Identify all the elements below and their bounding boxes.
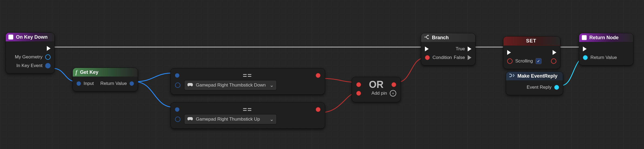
- pin-true-label: True: [456, 46, 465, 52]
- pin-input[interactable]: [77, 81, 81, 86]
- node-header: Return Node: [579, 33, 633, 42]
- pin-value-out[interactable]: [551, 58, 556, 64]
- pin-in-2[interactable]: [356, 91, 361, 96]
- set-field-label: Scrolling: [515, 58, 533, 64]
- pin-my-geometry-label: My Geometry: [15, 54, 42, 60]
- operator-label: ==: [179, 105, 316, 114]
- function-icon: f: [75, 69, 77, 75]
- pin-result[interactable]: [316, 107, 321, 112]
- svg-point-1: [428, 38, 429, 39]
- pin-in-1[interactable]: [356, 82, 361, 87]
- make-struct-icon: [509, 73, 515, 79]
- pin-my-geometry[interactable]: [45, 54, 51, 60]
- node-header: On Key Down: [6, 33, 54, 41]
- operator-label: ==: [179, 71, 316, 80]
- pin-condition[interactable]: [425, 55, 430, 60]
- node-set[interactable]: SET Scrolling ✓: [503, 36, 560, 69]
- checkbox-scrolling[interactable]: ✓: [536, 58, 541, 64]
- chevron-down-icon: ⌄: [270, 82, 274, 88]
- pin-true[interactable]: [468, 47, 471, 51]
- pin-b[interactable]: [175, 82, 180, 88]
- exec-in-pin[interactable]: [507, 50, 511, 55]
- exec-out-pin[interactable]: [553, 50, 556, 55]
- exec-in-pin[interactable]: [583, 47, 587, 51]
- key-select-value: Gamepad Right Thumbstick Down: [196, 82, 266, 88]
- branch-icon: [424, 35, 429, 41]
- exec-in-pin[interactable]: [425, 47, 429, 51]
- operator-label: OR: [361, 79, 391, 90]
- node-header: Make EventReply: [506, 72, 563, 80]
- key-select[interactable]: Gamepad Right Thumbstick Up ⌄: [184, 114, 277, 124]
- node-title: Return Node: [589, 35, 619, 41]
- node-equal-1[interactable]: == Gamepad Right Thumbstick Down ⌄: [170, 68, 325, 95]
- node-title: Make EventReply: [517, 73, 557, 79]
- pin-in-key-event-label: In Key Event: [16, 63, 42, 68]
- node-header: SET: [503, 37, 560, 45]
- node-on-key-down[interactable]: On Key Down My Geometry In Key Event: [5, 32, 55, 74]
- node-title: On Key Down: [16, 34, 48, 40]
- node-branch[interactable]: Branch True Condition False: [421, 33, 475, 65]
- add-pin-button[interactable]: +: [390, 90, 396, 97]
- node-title: SET: [506, 38, 556, 44]
- pin-b[interactable]: [175, 117, 180, 122]
- pin-event-reply[interactable]: [554, 85, 559, 90]
- pin-false-label: False: [454, 55, 465, 60]
- node-or[interactable]: OR Add pin +: [352, 77, 401, 102]
- node-get-key[interactable]: f Get Key Input Return Value: [72, 68, 138, 91]
- pin-return[interactable]: [130, 81, 134, 86]
- event-icon: [582, 35, 587, 40]
- pin-a[interactable]: [175, 107, 179, 112]
- pin-return-value[interactable]: [583, 55, 588, 60]
- pin-return-value-label: Return Value: [590, 55, 617, 60]
- pin-result[interactable]: [316, 73, 321, 78]
- pin-in-key-event[interactable]: [45, 63, 51, 68]
- svg-point-0: [428, 35, 429, 36]
- gamepad-icon: [187, 117, 193, 122]
- gamepad-icon: [187, 82, 193, 88]
- pin-value-in[interactable]: [507, 58, 513, 64]
- node-equal-2[interactable]: == Gamepad Right Thumbstick Up ⌄: [170, 102, 325, 129]
- pin-return-label: Return Value: [100, 81, 127, 86]
- node-title: Get Key: [80, 69, 98, 75]
- key-select[interactable]: Gamepad Right Thumbstick Down ⌄: [184, 80, 277, 90]
- node-header: Branch: [421, 33, 475, 42]
- node-header: f Get Key: [73, 68, 138, 77]
- chevron-down-icon: ⌄: [270, 116, 274, 122]
- pin-result[interactable]: [391, 82, 396, 87]
- pin-a[interactable]: [175, 73, 179, 78]
- event-icon: [8, 35, 13, 39]
- add-pin-label: Add pin: [371, 91, 387, 96]
- pin-condition-label: Condition: [432, 55, 452, 60]
- node-title: Branch: [432, 35, 449, 41]
- pin-false[interactable]: [468, 55, 471, 60]
- pin-input-label: Input: [84, 81, 94, 86]
- exec-out-pin[interactable]: [47, 46, 51, 51]
- pin-event-reply-label: Event Reply: [527, 85, 551, 90]
- node-make-event-reply[interactable]: Make EventReply Event Reply: [506, 71, 563, 95]
- key-select-value: Gamepad Right Thumbstick Up: [196, 117, 260, 122]
- node-return[interactable]: Return Node Return Value: [579, 33, 633, 65]
